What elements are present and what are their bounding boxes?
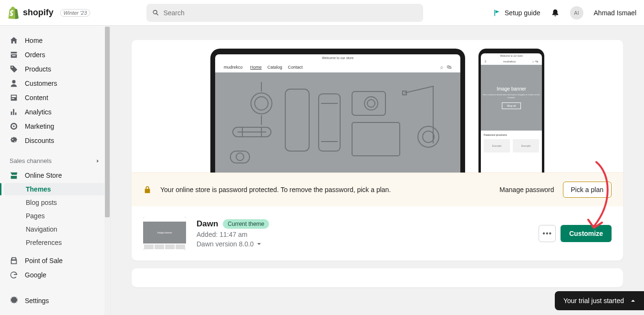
theme-more-button[interactable]: ••• <box>539 225 556 242</box>
preview-store-name: mudrekco <box>224 65 243 70</box>
content-icon <box>10 93 18 102</box>
search-input[interactable] <box>146 4 423 22</box>
nav-navigation[interactable]: Navigation <box>4 223 106 235</box>
mobile-featured: Featured products ExampleExample <box>481 131 542 155</box>
manage-password-link[interactable]: Manage password <box>499 186 554 193</box>
lock-icon <box>143 185 152 194</box>
user-name: Ahmad Ismael <box>594 9 636 17</box>
svg-point-11 <box>423 131 434 142</box>
mobile-preview: Welcome to our store ≡mudrekco⌕ 🛍 Image … <box>478 49 544 173</box>
avatar[interactable]: AI <box>570 6 583 20</box>
current-theme-badge: Current theme <box>223 219 269 229</box>
svg-point-10 <box>418 126 439 147</box>
nav-customers[interactable]: Customers <box>4 77 106 90</box>
svg-point-0 <box>251 93 272 114</box>
svg-point-1 <box>255 97 268 110</box>
discount-icon <box>10 136 18 145</box>
nav-products[interactable]: Products <box>4 62 106 76</box>
nav-online-store[interactable]: Online Store <box>4 169 106 182</box>
nav-themes[interactable]: Themes <box>4 183 106 195</box>
top-bar: shopify Winter '23 Setup guide AI Ahmad … <box>0 0 644 26</box>
main-content: Welcome to our store mudrekco Home Catal… <box>111 26 644 315</box>
winter-tag: Winter '23 <box>60 9 90 17</box>
gear-icon <box>10 296 18 305</box>
theme-previews: Welcome to our store mudrekco Home Catal… <box>132 40 623 173</box>
orders-icon <box>10 51 18 59</box>
nav-preferences[interactable]: Preferences <box>4 236 106 249</box>
svg-point-6 <box>364 97 378 110</box>
flag-icon <box>493 9 501 17</box>
current-theme-row: Image banner Dawn Current theme Added: 1… <box>132 206 623 261</box>
bell-icon[interactable] <box>551 9 560 17</box>
nav-content[interactable]: Content <box>4 91 106 104</box>
search-icon <box>152 9 159 17</box>
chevron-down-icon <box>257 242 261 246</box>
nav-marketing[interactable]: Marketing <box>4 120 106 133</box>
password-alert: Your online store is password protected.… <box>132 173 623 206</box>
store-icon <box>10 171 18 180</box>
preview-bag-icon: 🛍 <box>447 64 452 70</box>
nav-pages[interactable]: Pages <box>4 210 106 222</box>
logo-text: shopify <box>23 8 53 18</box>
home-icon <box>10 36 18 45</box>
trial-banner[interactable]: Your trial just started <box>555 291 644 310</box>
desktop-preview: Welcome to our store mudrekco Home Catal… <box>210 49 465 173</box>
nav-pos[interactable]: Point of Sale <box>4 254 106 267</box>
chevron-up-icon <box>631 298 635 303</box>
pos-icon <box>10 256 18 265</box>
target-icon <box>10 122 18 131</box>
svg-rect-3 <box>285 89 309 151</box>
nav-home[interactable]: Home <box>4 34 106 47</box>
menu-icon: ≡ <box>485 60 487 63</box>
scroll-thumb[interactable] <box>105 27 110 217</box>
next-card <box>132 268 623 287</box>
svg-rect-8 <box>352 122 400 156</box>
search-field[interactable] <box>163 9 417 17</box>
sidebar-scrollbar[interactable] <box>104 26 110 315</box>
analytics-icon <box>10 108 18 116</box>
nav-google[interactable]: Google <box>4 268 106 282</box>
person-icon <box>10 79 18 88</box>
nav-blog-posts[interactable]: Blog posts <box>4 196 106 209</box>
svg-point-7 <box>367 100 375 107</box>
nav-analytics[interactable]: Analytics <box>4 105 106 119</box>
sales-channels-header[interactable]: Sales channels <box>4 153 106 168</box>
nav-settings[interactable]: Settings <box>4 294 106 307</box>
nav-discounts[interactable]: Discounts <box>4 134 106 147</box>
svg-rect-4 <box>319 94 340 151</box>
preview-hero <box>215 72 460 173</box>
setup-guide-link[interactable]: Setup guide <box>493 9 540 17</box>
svg-point-13 <box>236 153 244 161</box>
preview-search-icon: ⌕ <box>440 64 443 70</box>
theme-thumbnail: Image banner <box>143 217 186 250</box>
logo[interactable]: shopify Winter '23 <box>8 7 90 19</box>
theme-version[interactable]: Dawn version 8.0.0 <box>197 240 269 248</box>
alert-text: Your online store is password protected.… <box>160 186 391 193</box>
google-icon <box>10 271 18 279</box>
theme-name: Dawn <box>197 219 218 229</box>
theme-card: Welcome to our store mudrekco Home Catal… <box>132 40 623 261</box>
svg-rect-5 <box>352 91 385 115</box>
pick-plan-button[interactable]: Pick a plan <box>563 182 612 198</box>
mobile-hero: Image banner Give customers details abou… <box>481 65 542 131</box>
theme-added: Added: 11:47 am <box>197 231 269 238</box>
preview-announce: Welcome to our store <box>215 54 460 61</box>
chevron-right-icon <box>95 158 101 164</box>
nav-orders[interactable]: Orders <box>4 48 106 61</box>
customize-button[interactable]: Customize <box>561 225 612 242</box>
sidebar: Home Orders Products Customers Content A… <box>0 26 111 315</box>
preview-header: mudrekco Home Catalog Contact ⌕🛍 <box>215 61 460 72</box>
shopify-bag-icon <box>8 7 19 19</box>
preview-nav: Home Catalog Contact <box>250 65 303 70</box>
tag-icon <box>10 65 18 73</box>
mobile-preview-header: ≡mudrekco⌕ 🛍 <box>481 58 542 65</box>
hero-illustration <box>223 80 452 165</box>
